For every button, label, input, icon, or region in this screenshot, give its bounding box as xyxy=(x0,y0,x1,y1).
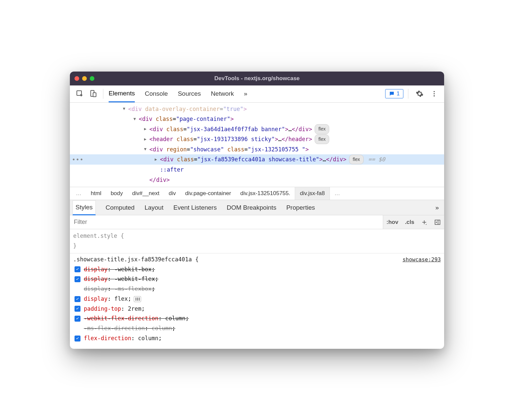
flexbox-editor-icon[interactable] xyxy=(134,296,141,302)
new-style-rule-icon[interactable] xyxy=(418,215,431,229)
css-property[interactable]: display: -ms-flexbox; xyxy=(73,284,441,294)
crumb-item[interactable]: div xyxy=(164,190,180,197)
subtab-properties[interactable]: Properties xyxy=(286,200,315,215)
crumb-item[interactable]: div.page-container xyxy=(180,190,236,197)
property-name[interactable]: -ms-flex-direction xyxy=(84,325,145,332)
styles-filter-input[interactable] xyxy=(70,215,383,229)
css-property[interactable]: -webkit-flex-direction: column; xyxy=(73,314,441,324)
dom-node[interactable]: ▼<div class="page-container"> xyxy=(70,114,444,124)
expand-arrow-icon[interactable]: ▶ xyxy=(144,136,149,143)
property-value[interactable]: -ms-flexbox xyxy=(114,286,152,292)
main-toolbar: Elements Console Sources Network » 1 xyxy=(70,85,444,103)
inspect-element-icon[interactable] xyxy=(75,89,84,98)
subtab-dom-breakpoints[interactable]: DOM Breakpoints xyxy=(227,200,276,215)
devtools-window: DevTools - nextjs.org/showcase Elements … xyxy=(70,72,444,349)
more-menu-icon[interactable] xyxy=(430,89,439,98)
property-toggle-checkbox[interactable] xyxy=(75,316,80,322)
hov-toggle[interactable]: :hov xyxy=(383,215,402,229)
property-name[interactable]: flex-direction xyxy=(84,335,131,341)
property-name[interactable]: display xyxy=(84,286,108,292)
dom-node[interactable]: ▶<div class="jsx-3a64d1ae4f0f7fab banner… xyxy=(70,124,444,134)
crumb-item[interactable]: body xyxy=(106,190,128,197)
rule-selector[interactable]: .showcase-title.jsx-fa8539efcca401a { xyxy=(73,255,199,265)
crumb-overflow[interactable]: … xyxy=(71,190,86,197)
css-property[interactable]: display: -webkit-box; xyxy=(73,265,441,275)
property-value[interactable]: column xyxy=(165,315,185,322)
titlebar: DevTools - nextjs.org/showcase xyxy=(70,72,444,85)
css-property[interactable]: padding-top: 2rem; xyxy=(73,304,441,314)
css-property[interactable]: display: -webkit-flex; xyxy=(73,274,441,284)
dom-node-html: ::after xyxy=(160,165,184,175)
subtab-computed[interactable]: Computed xyxy=(106,200,135,215)
subtab-event-listeners[interactable]: Event Listeners xyxy=(173,200,217,215)
separator xyxy=(408,89,408,99)
dom-node-html: <div class="jsx-3a64d1ae4f0f7fab banner"… xyxy=(149,124,312,134)
property-value[interactable]: flex xyxy=(114,295,128,302)
flex-badge[interactable]: flex xyxy=(315,124,329,134)
dom-node[interactable]: ::after xyxy=(70,165,444,175)
property-name[interactable]: display xyxy=(84,295,108,302)
crumb-item[interactable]: div.jsx-1325105755. xyxy=(236,190,295,197)
crumb-overflow[interactable]: … xyxy=(330,190,345,197)
tab-network[interactable]: Network xyxy=(211,86,234,102)
css-property[interactable]: display: flex; xyxy=(73,294,441,304)
property-toggle-checkbox[interactable] xyxy=(75,276,80,282)
property-value[interactable]: 2rem xyxy=(128,305,141,312)
property-toggle-checkbox[interactable] xyxy=(75,296,80,302)
flex-badge[interactable]: flex xyxy=(315,134,329,144)
crumb-item[interactable]: div#__next xyxy=(128,190,164,197)
subtab-styles[interactable]: Styles xyxy=(73,200,96,215)
dom-node-html: <div data-overlay-container="true"> xyxy=(128,104,247,114)
property-name[interactable]: padding-top xyxy=(84,305,121,312)
styles-subtabs: Styles Computed Layout Event Listeners D… xyxy=(70,200,444,215)
css-property[interactable]: -ms-flex-direction: column; xyxy=(73,324,441,334)
property-toggle-checkbox[interactable] xyxy=(75,336,80,341)
element-style-close: } xyxy=(73,241,441,251)
expand-arrow-icon[interactable]: ▼ xyxy=(123,105,128,113)
cls-toggle[interactable]: .cls xyxy=(402,215,418,229)
dom-tree-panel[interactable]: ▼<div data-overlay-container="true">▼<di… xyxy=(70,103,444,187)
rule-properties: display: -webkit-box;display: -webkit-fl… xyxy=(73,265,441,343)
property-value[interactable]: column xyxy=(152,325,172,332)
crumb-item[interactable]: html xyxy=(86,190,106,197)
rule-source-link[interactable]: showcase:293 xyxy=(402,255,441,264)
expand-arrow-icon[interactable]: ▼ xyxy=(144,146,149,153)
tab-console[interactable]: Console xyxy=(145,86,168,102)
expand-arrow-icon[interactable]: ▶ xyxy=(155,156,159,163)
dom-node[interactable]: ▼<div region="showcase" class="jsx-13251… xyxy=(70,144,444,155)
property-value[interactable]: column xyxy=(138,335,158,341)
issues-button[interactable]: 1 xyxy=(385,89,403,98)
property-toggle-checkbox[interactable] xyxy=(75,306,80,312)
property-value[interactable]: -webkit-box xyxy=(114,266,152,273)
tab-elements[interactable]: Elements xyxy=(109,85,135,102)
dom-node-html: </div> xyxy=(149,175,170,185)
tabs-overflow[interactable]: » xyxy=(244,86,247,102)
property-name[interactable]: display xyxy=(84,266,108,273)
ellipsis-icon[interactable]: ••• xyxy=(72,154,84,165)
css-property[interactable]: flex-direction: column; xyxy=(73,334,441,343)
svg-point-5 xyxy=(434,95,435,97)
dom-node[interactable]: </div> xyxy=(70,175,444,185)
dom-node[interactable]: ▼<div data-overlay-container="true"> xyxy=(70,104,444,114)
crumb-item[interactable]: div.jsx-fa8 xyxy=(295,187,330,200)
dom-node-selected[interactable]: •••▶<div class="jsx-fa8539efcca401a show… xyxy=(70,154,444,165)
computed-sidebar-icon[interactable] xyxy=(431,215,444,229)
dom-node[interactable]: ▶<header class="jsx-1931733896 sticky">…… xyxy=(70,134,444,144)
property-name[interactable]: display xyxy=(84,276,108,282)
subtab-layout[interactable]: Layout xyxy=(144,200,163,215)
expand-arrow-icon[interactable]: ▼ xyxy=(133,116,138,123)
settings-icon[interactable] xyxy=(415,89,424,98)
property-toggle-checkbox[interactable] xyxy=(75,266,80,272)
element-style-rule[interactable]: element.style { } xyxy=(73,231,441,251)
flex-badge[interactable]: flex xyxy=(349,155,364,164)
subtabs-overflow[interactable]: » xyxy=(435,200,439,215)
window-title: DevTools - nextjs.org/showcase xyxy=(70,75,444,82)
property-name[interactable]: -webkit-flex-direction xyxy=(84,315,158,322)
expand-arrow-icon[interactable]: ▶ xyxy=(144,126,149,133)
property-value[interactable]: -webkit-flex xyxy=(114,276,155,282)
device-toolbar-icon[interactable] xyxy=(88,89,98,98)
svg-point-4 xyxy=(434,93,435,94)
css-rule[interactable]: .showcase-title.jsx-fa8539efcca401a { sh… xyxy=(73,255,441,343)
dom-node-html: <div class="jsx-fa8539efcca401a showcase… xyxy=(160,154,346,165)
tab-sources[interactable]: Sources xyxy=(178,86,201,102)
